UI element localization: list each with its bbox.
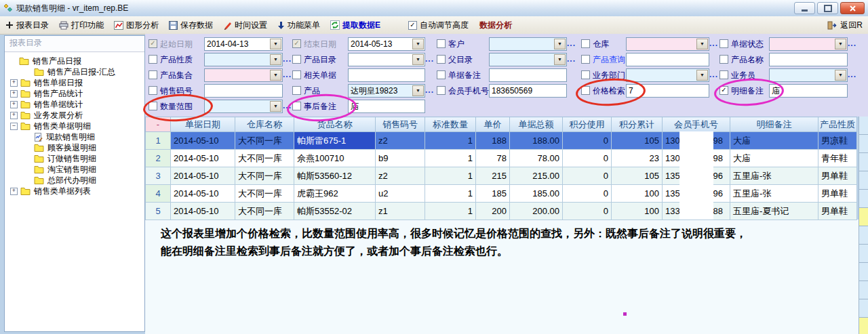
sidebar-item[interactable]: 淘宝销售明细 [5, 164, 144, 175]
table-row[interactable]: 32014-05-10大不同一库帕斯53560-12z21215215.0001… [146, 167, 857, 185]
filter-checkbox[interactable] [149, 86, 157, 95]
sidebar-item[interactable]: 顾客换退明细 [5, 142, 144, 153]
dropdown-arrow-icon[interactable]: ▼ [835, 39, 846, 49]
dropdown-arrow-icon[interactable]: ▼ [835, 70, 846, 81]
filter-dropdown[interactable]: 达明皇19823▼ [348, 84, 425, 98]
filter-checkbox[interactable] [581, 39, 590, 48]
filter-checkbox[interactable] [437, 70, 446, 79]
filter-text-input[interactable] [489, 68, 567, 82]
ellipsis-button[interactable]: ... [848, 70, 856, 79]
filter-checkbox[interactable]: ✓ [149, 39, 157, 48]
sidebar-item[interactable]: 销售产品日报-汇总 [5, 66, 144, 77]
column-header[interactable]: 会员手机号 [663, 117, 730, 132]
sidebar-item[interactable]: 订做销售明细 [5, 153, 144, 164]
ellipsis-button[interactable]: ... [567, 39, 576, 48]
dropdown-arrow-icon[interactable]: ▼ [696, 70, 708, 81]
toolbar-button-pen[interactable]: 时间设置 [223, 20, 267, 31]
dropdown-arrow-icon[interactable]: ▼ [412, 39, 424, 49]
maximize-button[interactable] [817, 2, 838, 14]
filter-dropdown[interactable]: ▼ [489, 37, 567, 51]
column-header[interactable]: 单据日期 [171, 117, 235, 132]
dropdown-arrow-icon[interactable]: ▼ [270, 54, 281, 65]
sidebar-item[interactable]: +销售单据统计 [5, 99, 144, 110]
filter-checkbox[interactable]: ✓ [719, 86, 728, 95]
filter-dropdown[interactable]: ▼ [626, 68, 709, 82]
ellipsis-button[interactable]: ... [709, 39, 718, 48]
filter-checkbox[interactable] [719, 39, 728, 48]
filter-checkbox[interactable] [581, 86, 590, 95]
filter-checkbox[interactable] [149, 102, 157, 110]
ellipsis-button[interactable]: ... [425, 85, 434, 95]
filter-text-input[interactable]: 庙 [348, 100, 425, 113]
ellipsis-button[interactable]: ... [425, 54, 434, 64]
dropdown-arrow-icon[interactable]: ▼ [270, 101, 281, 112]
filter-dropdown[interactable]: ▼ [204, 68, 283, 82]
column-header[interactable]: 积分累计 [612, 117, 663, 132]
table-row[interactable]: 42014-05-10大不同一库虎霸王962u21185185.00010013… [146, 185, 857, 203]
filter-dropdown[interactable]: ▼ [204, 100, 283, 113]
sidebar-item-selected[interactable]: 现款销售明细 [5, 131, 144, 142]
collapse-minus-icon[interactable]: − [10, 123, 18, 130]
toolbar-button-refresh[interactable]: 提取数据E [330, 20, 380, 31]
filter-checkbox[interactable] [437, 86, 446, 95]
expand-plus-icon[interactable]: + [10, 101, 18, 108]
return-button[interactable]: 返回R [827, 20, 863, 31]
table-row[interactable]: 12014-05-10大不同一库帕斯雷675-1z21188188.000105… [146, 132, 857, 150]
column-header[interactable]: 积分使用 [563, 117, 612, 132]
filter-text-input[interactable] [626, 53, 709, 66]
filter-dropdown[interactable]: ▼ [204, 53, 283, 66]
filter-text-input[interactable]: 庙 [769, 84, 848, 98]
column-header[interactable]: 销售码号 [376, 117, 425, 132]
dropdown-arrow-icon[interactable]: ▼ [554, 39, 566, 49]
toolbar-button-save[interactable]: 保存数据 [169, 20, 213, 31]
filter-dropdown[interactable]: ▼ [348, 53, 425, 66]
filter-text-input[interactable] [769, 53, 848, 66]
sidebar-item[interactable]: +销售单据日报 [5, 77, 144, 88]
sidebar-item[interactable]: 总部代办明细 [5, 175, 144, 186]
column-header[interactable]: - [146, 117, 171, 132]
auto-height-toggle[interactable]: ✓ 自动调节高度 [408, 20, 469, 31]
filter-dropdown[interactable]: 2014-05-13▼ [348, 37, 425, 51]
filter-dropdown[interactable]: ▼ [769, 68, 848, 82]
filter-checkbox[interactable] [292, 86, 301, 95]
table-row[interactable]: 52014-05-10大不同一库帕斯53552-02z11200200.0001… [146, 203, 857, 220]
toolbar-button-chart[interactable]: 图形分析 [114, 20, 159, 31]
dropdown-arrow-icon[interactable]: ▼ [554, 54, 566, 65]
ellipsis-button[interactable]: ... [283, 70, 292, 79]
filter-text-input[interactable]: 7 [626, 84, 709, 98]
sidebar-item[interactable]: 销售产品日报 [5, 56, 144, 66]
column-header[interactable]: 单据总额 [510, 117, 563, 132]
dropdown-arrow-icon[interactable]: ▼ [696, 39, 708, 49]
dropdown-arrow-icon[interactable]: ▼ [412, 85, 424, 96]
column-header[interactable]: 标准数量 [425, 117, 476, 132]
filter-checkbox[interactable] [149, 55, 157, 64]
filter-checkbox[interactable] [719, 70, 728, 79]
filter-dropdown[interactable]: 2014-04-13▼ [204, 37, 283, 51]
expand-plus-icon[interactable]: + [10, 90, 18, 98]
column-header[interactable]: 单价 [476, 117, 510, 132]
filter-checkbox[interactable]: ✓ [292, 39, 301, 48]
filter-dropdown[interactable]: ▼ [769, 37, 848, 51]
column-header[interactable]: 货品名称 [294, 117, 376, 132]
sidebar-item[interactable]: +销售类单据列表 [5, 186, 144, 196]
data-analysis-button[interactable]: 数据分析 [479, 20, 512, 31]
filter-text-input[interactable] [348, 68, 425, 82]
sidebar-item[interactable]: +业务发展分析 [5, 110, 144, 121]
filter-dropdown[interactable]: ▼ [489, 53, 567, 66]
filter-checkbox[interactable] [292, 102, 301, 110]
sidebar-item[interactable]: +销售产品统计 [5, 88, 144, 99]
column-header[interactable]: 产品性质 [818, 117, 857, 132]
column-header[interactable]: 仓库名称 [235, 117, 294, 132]
filter-checkbox[interactable] [292, 55, 301, 64]
filter-checkbox[interactable] [292, 70, 301, 79]
filter-checkbox[interactable] [581, 70, 590, 79]
filter-text-input[interactable] [204, 84, 283, 98]
ellipsis-button[interactable]: ... [283, 101, 292, 110]
ellipsis-button[interactable]: ... [709, 70, 718, 79]
toolbar-button-plus[interactable]: 报表目录 [5, 20, 49, 31]
ellipsis-button[interactable]: ... [567, 54, 576, 64]
table-row[interactable]: 22014-05-10大不同一库佘燕100710b917878.00023130… [146, 150, 857, 167]
ellipsis-button[interactable]: ... [283, 54, 292, 64]
filter-dropdown[interactable]: ▼ [626, 37, 709, 51]
minimize-button[interactable] [794, 2, 815, 14]
